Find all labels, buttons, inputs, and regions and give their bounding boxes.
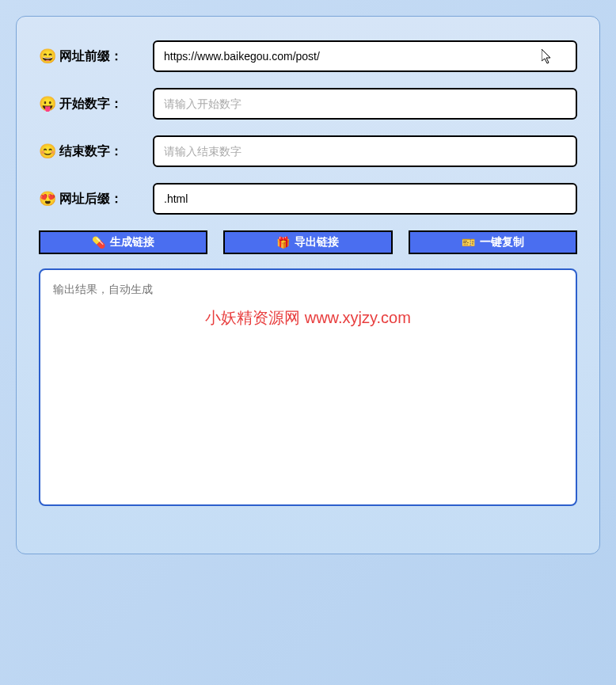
output-textarea[interactable] [39, 268, 577, 506]
prefix-label-group: 😄 网址前缀： [39, 48, 140, 65]
prefix-label: 网址前缀： [59, 48, 123, 65]
suffix-input[interactable] [153, 183, 577, 215]
end-label-group: 😊 结束数字： [39, 143, 140, 160]
export-button[interactable]: 🎁 导出链接 [223, 230, 392, 254]
gift-icon: 🎁 [276, 236, 290, 249]
export-button-label: 导出链接 [295, 235, 339, 249]
tongue-emoji-icon: 😛 [39, 97, 56, 111]
prefix-row: 😄 网址前缀： [39, 40, 577, 72]
end-label: 结束数字： [59, 143, 123, 160]
button-row: 💊 生成链接 🎁 导出链接 🎫 一键复制 [39, 230, 577, 254]
start-row: 😛 开始数字： [39, 88, 577, 120]
suffix-label: 网址后缀： [59, 191, 123, 207]
grin-emoji-icon: 😄 [39, 49, 56, 63]
generate-button-label: 生成链接 [110, 235, 154, 249]
heart-eyes-emoji-icon: 😍 [39, 192, 56, 206]
pill-icon: 💊 [92, 236, 105, 249]
ticket-icon: 🎫 [462, 236, 475, 249]
start-label: 开始数字： [59, 96, 123, 112]
suffix-row: 😍 网址后缀： [39, 183, 577, 215]
start-input[interactable] [153, 88, 577, 120]
smile-emoji-icon: 😊 [39, 144, 56, 158]
suffix-label-group: 😍 网址后缀： [39, 191, 140, 207]
end-row: 😊 结束数字： [39, 135, 577, 167]
main-panel: 😄 网址前缀： 😛 开始数字： 😊 结束数字： 😍 网址后缀： 💊 生成链接 [16, 16, 600, 554]
prefix-input[interactable] [153, 40, 577, 72]
copy-button[interactable]: 🎫 一键复制 [409, 230, 577, 254]
start-label-group: 😛 开始数字： [39, 96, 140, 112]
copy-button-label: 一键复制 [480, 235, 524, 249]
end-input[interactable] [153, 135, 577, 167]
generate-button[interactable]: 💊 生成链接 [39, 230, 207, 254]
